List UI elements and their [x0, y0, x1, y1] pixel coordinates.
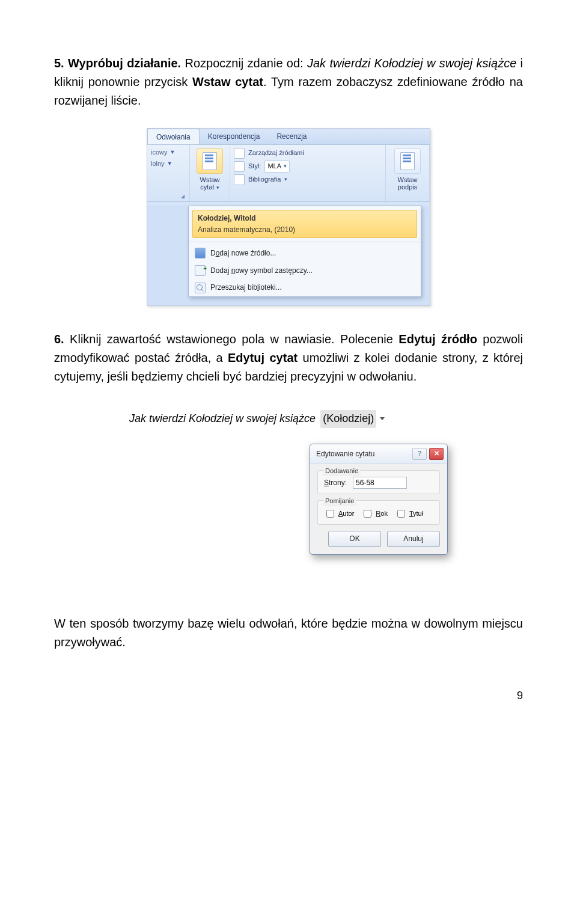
insert-caption-button[interactable]: Wstawpodpis: [386, 145, 430, 201]
help-button[interactable]: ?: [412, 448, 427, 460]
omitting-group: Pomijanie Autor Rok Tytuł: [317, 500, 440, 525]
example-sentence: Jak twierdzi Kołodziej w swojej książce …: [129, 410, 448, 428]
step-6-cmd-1: Edytuj źródło: [398, 332, 477, 346]
chevron-down-icon: ▾: [284, 162, 287, 171]
ok-button[interactable]: OK: [328, 531, 381, 547]
edit-citation-screenshot: Jak twierdzi Kołodziej w swojej książce …: [54, 404, 523, 614]
step-5-lead: Wypróbuj działanie.: [68, 57, 181, 70]
page-number: 9: [54, 688, 523, 705]
pages-label: Strony:: [324, 477, 347, 489]
step-6-paragraph: 6. Kliknij zawartość wstawionego pola w …: [54, 330, 523, 386]
tab-references[interactable]: Odwołania: [147, 129, 200, 145]
bibliography-icon: [234, 174, 245, 185]
step-6-cmd-2: Edytuj cytat: [228, 351, 298, 364]
caption-icon: [400, 152, 415, 170]
close-button[interactable]: ✕: [429, 448, 444, 460]
chevron-down-icon: ▼: [170, 148, 176, 157]
citation-source-selected[interactable]: Kołodziej, Witold Analiza matematyczna, …: [192, 210, 417, 238]
step-5-italic: Jak twierdzi Kołodziej w swojej książce: [307, 57, 516, 70]
style-selector[interactable]: Styl: MLA▾: [234, 161, 382, 173]
omit-year-checkbox[interactable]: Rok: [361, 508, 388, 519]
dialog-launcher-icon[interactable]: ◢: [181, 193, 186, 200]
closing-paragraph: W ten sposób tworzymy bazę wielu odwołań…: [54, 614, 523, 652]
adding-group: Dodawanie Strony:: [317, 470, 440, 494]
pages-input[interactable]: [353, 477, 407, 489]
ribbon-tabs: Odwołania Korespondencja Recenzja: [147, 129, 430, 145]
document-icon: [203, 152, 217, 170]
chevron-down-icon: ▼: [167, 160, 172, 168]
omit-title-checkbox[interactable]: Tytuł: [395, 508, 423, 519]
citation-field[interactable]: (Kołodziej): [319, 410, 385, 428]
manage-sources-button[interactable]: Zarządzaj źródłami: [234, 147, 382, 159]
ribbon-group-partial: icowy▼ lolny▼ ◢: [147, 145, 190, 201]
placeholder-icon: [195, 265, 206, 276]
chevron-down-icon: ▾: [216, 185, 219, 191]
step-5-number: 5.: [54, 57, 64, 70]
tab-review[interactable]: Recenzja: [268, 129, 315, 144]
style-icon: [234, 161, 245, 172]
edit-citation-dialog: Edytowanie cytatu ? ✕ Dodawanie Strony: …: [310, 444, 448, 555]
step-5-paragraph: 5. Wypróbuj działanie. Rozpocznij zdanie…: [54, 54, 523, 110]
step-6-number: 6.: [54, 332, 64, 346]
search-libraries-item[interactable]: Przeszukaj biblioteki...: [189, 279, 421, 296]
add-new-source-item[interactable]: Dodaj nowe źródło...: [189, 245, 421, 262]
add-placeholder-item[interactable]: Dodaj nowy symbol zastępczy...: [189, 262, 421, 280]
search-icon: [195, 283, 206, 293]
tab-mailings[interactable]: Korespondencja: [200, 129, 269, 144]
dialog-title: Edytowanie cytatu: [316, 448, 374, 460]
book-icon: [195, 248, 206, 259]
step-5-button-name: Wstaw cytat: [192, 75, 263, 88]
manage-sources-icon: [234, 148, 245, 159]
ribbon-group-citations: Zarządzaj źródłami Styl: MLA▾ Bibliograf…: [230, 145, 386, 201]
omit-author-checkbox[interactable]: Autor: [324, 508, 354, 519]
insert-citation-button[interactable]: Wstawcytat ▾: [190, 145, 230, 201]
citation-dropdown: Kołodziej, Witold Analiza matematyczna, …: [188, 206, 421, 297]
ribbon-screenshot: Odwołania Korespondencja Recenzja icowy▼…: [54, 128, 523, 330]
chevron-down-icon[interactable]: [380, 417, 385, 420]
bibliography-button[interactable]: Bibliografia ▾: [234, 174, 382, 186]
chevron-down-icon: ▾: [284, 176, 287, 184]
cancel-button[interactable]: Anuluj: [387, 531, 440, 547]
